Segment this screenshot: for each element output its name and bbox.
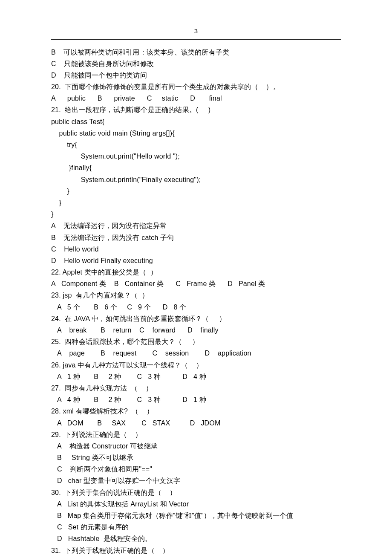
page-container: 3 B 可以被两种类访问和引用：该类本身、该类的所有子类 C 只能被该类自身所访… — [0, 0, 392, 555]
page-number-top: 3 — [51, 26, 341, 37]
header-rule — [51, 39, 341, 40]
document-body: B 可以被两种类访问和引用：该类本身、该类的所有子类 C 只能被该类自身所访问和… — [51, 46, 341, 555]
